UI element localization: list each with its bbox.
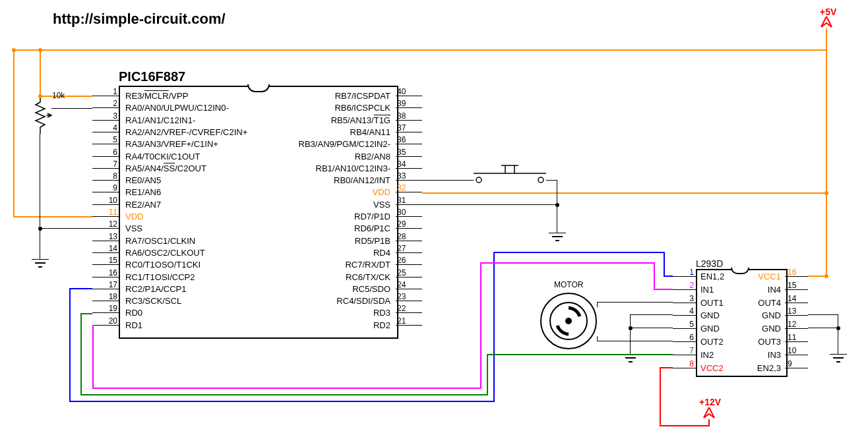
pic-pin-num: 13 <box>94 232 117 241</box>
pic-pin-label: RD5/P1B <box>355 236 390 246</box>
l293d-pin-num: 15 <box>788 281 806 290</box>
wire-vcc2-v1 <box>660 367 661 426</box>
l293d-pin-label: OUT1 <box>700 298 724 308</box>
pic-pin-label: RE3/MCLR/VPP <box>125 91 188 101</box>
l293d-pin-num: 11 <box>788 333 806 342</box>
l293d-pin-num: 8 <box>675 359 694 368</box>
wire-rc2-en12-h1 <box>69 288 92 289</box>
pic-pin-label: RC7/RX/DT <box>345 260 390 270</box>
svg-point-3 <box>476 177 481 183</box>
wire-l293d-gnd-h1 <box>630 314 673 315</box>
pic-pin-num: 9 <box>94 183 117 192</box>
pic-pin-num: 14 <box>94 244 117 253</box>
wire-rd0-in2-h3 <box>487 354 673 355</box>
wire-rd0-in2-h1 <box>80 313 92 314</box>
pic-pin-num: 31 <box>397 196 421 205</box>
wire-rc2-en12-h2 <box>69 401 495 402</box>
l293d-pin-label: GND <box>700 310 720 320</box>
pic-pin-label: RA2/AN2/VREF-/CVREF/C2IN+ <box>125 127 247 137</box>
wire-motor-out2 <box>597 341 673 341</box>
l293d-pin-num: 16 <box>788 268 806 277</box>
pic-pin-label: RD3 <box>373 308 390 318</box>
wire-rc2-en12-h4 <box>664 276 673 277</box>
l293d-pin-num: 5 <box>675 320 694 329</box>
pic-pin-num: 15 <box>94 256 117 265</box>
l293d-pin-label: OUT4 <box>758 298 781 308</box>
l293d-title: L293D <box>696 258 723 269</box>
pic-pin-label: RA1/AN1/C12IN1- <box>125 115 195 125</box>
pic-pin-label: RB3/AN9/PGM/C12IN2- <box>299 139 390 149</box>
pic-pin-label: RC1/T1OSI/CCP2 <box>125 272 195 282</box>
svg-point-28 <box>836 326 840 330</box>
pic-pin-label: RC2/P1A/CCP1 <box>125 284 186 294</box>
svg-point-21 <box>38 48 42 52</box>
wire-l293d-gnd-v <box>630 314 631 354</box>
wire-l293d-gnd-rv <box>838 314 838 354</box>
junction-icon <box>38 94 43 99</box>
junction-icon <box>836 326 841 331</box>
l293d-pin-num: 9 <box>788 359 806 368</box>
pic-pin-num: 6 <box>94 148 117 157</box>
wire-5v-rail <box>826 28 827 277</box>
pic-pin-num: 5 <box>94 135 117 144</box>
wire-motor-out2-v <box>597 336 598 341</box>
source-url: http://simple-circuit.com/ <box>53 11 226 28</box>
wire-vcc2-h2 <box>660 425 710 426</box>
wire-vcc2-h1 <box>660 367 673 368</box>
pic-pin-num: 36 <box>397 135 421 144</box>
pic-pin-label: RB2/AN8 <box>355 152 390 161</box>
pic-pin-label: VSS <box>373 200 390 210</box>
junction-icon <box>824 274 829 279</box>
ground-icon <box>830 354 847 364</box>
pic-pin-num: 25 <box>397 268 421 277</box>
l293d-pin-label: OUT2 <box>700 337 724 347</box>
wire-rd0-in2-h2 <box>80 394 488 395</box>
junction-icon <box>38 226 43 231</box>
svg-point-22 <box>38 94 42 98</box>
wire-to-pin32 <box>422 192 827 194</box>
pic-pin-num: 20 <box>94 316 117 326</box>
svg-point-29 <box>824 274 828 278</box>
svg-point-27 <box>629 326 633 330</box>
pic-pin-label: RE0/AN5 <box>125 175 161 185</box>
l293d-pin-label: GND <box>762 324 781 334</box>
pic-pin-num: 35 <box>397 148 421 157</box>
ground-icon <box>549 233 566 243</box>
pic-pin-num: 22 <box>397 304 421 313</box>
pic-pin-label: RC4/SDI/SDA <box>336 296 390 306</box>
pic-pin-label: RD6/P1C <box>354 223 390 233</box>
pic-pin-label: RB0/AN12/INT <box>334 175 390 185</box>
pic-pin-label: RA3/AN3/VREF+/C1IN+ <box>125 139 218 149</box>
pic-pin-label: RB7/ICSPDAT <box>335 91 390 101</box>
l293d-pin-label: GND <box>762 310 781 320</box>
l293d-pin-num: 10 <box>788 346 806 355</box>
wire-btn-gnd-h <box>546 180 557 181</box>
wire-rd0-in2-v1 <box>80 313 82 395</box>
pic-pin-label: RE2/AN7 <box>125 200 161 210</box>
ground-icon <box>32 259 49 270</box>
l293d-pin-label: VCC2 <box>700 363 724 373</box>
l293d-pin-num: 14 <box>788 294 806 303</box>
pic-pin-num: 18 <box>94 292 117 301</box>
pic-pin-label: RA4/T0CKI/C1OUT <box>125 152 200 161</box>
l293d-pin-num: 6 <box>675 333 694 342</box>
pic-pin-label: RA5/AN4/SS/C2OUT <box>125 163 206 173</box>
pic-pin-num: 34 <box>397 160 421 169</box>
wire-rd1-in1-h3 <box>480 262 655 264</box>
wire-pin31-gnd <box>422 204 557 205</box>
pic-pin-num: 8 <box>94 171 117 181</box>
wire-res-gnd <box>40 134 40 259</box>
wire-rd1-in1-h1 <box>92 325 94 389</box>
pic-pin-num: 23 <box>397 292 421 301</box>
pic-pin-num: 10 <box>94 196 117 205</box>
pic-pin-num: 28 <box>397 232 421 241</box>
l293d-pin-label: IN4 <box>768 285 781 295</box>
pic-pin-label: RD4 <box>373 248 390 258</box>
pic-pin-num: 37 <box>397 123 421 132</box>
pic-pin-num: 11 <box>94 208 117 217</box>
motor-icon <box>539 291 598 351</box>
junction-icon <box>555 202 560 208</box>
wire-5v-far-left <box>13 49 15 218</box>
pic-pin-num: 3 <box>94 111 117 121</box>
voltage-5v-label: +5V <box>820 7 836 17</box>
